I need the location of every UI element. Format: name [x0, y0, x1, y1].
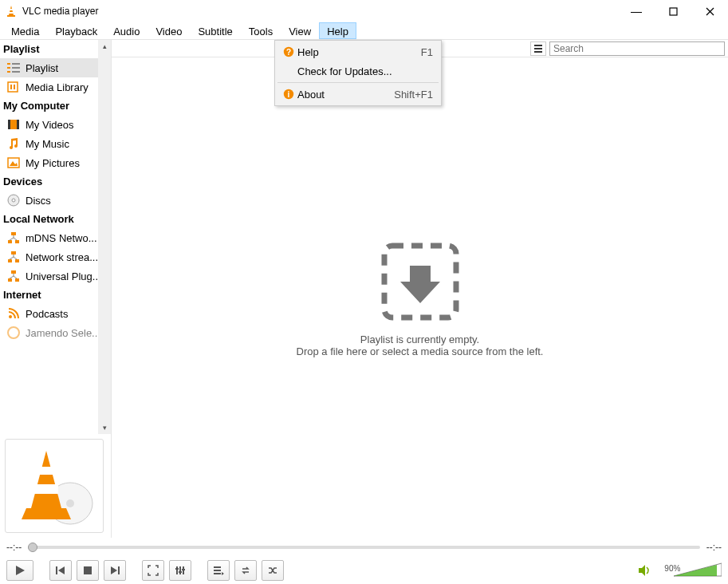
close-button[interactable] — [691, 0, 728, 22]
svg-rect-16 — [12, 71, 20, 73]
disc-icon — [6, 193, 21, 207]
menu-video[interactable]: Video — [148, 22, 190, 39]
seek-slider[interactable] — [28, 546, 699, 549]
svg-rect-1 — [7, 15, 15, 17]
previous-button[interactable] — [49, 560, 72, 581]
shuffle-button[interactable] — [262, 560, 284, 581]
svg-rect-22 — [17, 120, 19, 129]
sidebar-item-upnp[interactable]: Universal Plug... — [0, 266, 111, 286]
svg-rect-19 — [14, 85, 15, 89]
stop-button[interactable] — [77, 560, 99, 581]
svg-marker-50 — [22, 508, 71, 519]
sidebar-item-media-library[interactable]: Media Library — [0, 77, 111, 97]
menu-help[interactable]: Help — [319, 22, 356, 39]
empty-line-1: Playlist is currently empty. — [360, 333, 479, 345]
sidebar-header-playlist: Playlist — [0, 40, 111, 58]
sidebar-item-label: Jamendo Sele... — [26, 327, 100, 339]
loop-button[interactable] — [234, 560, 257, 581]
sidebar-item-my-music[interactable]: My Music — [0, 134, 111, 153]
svg-rect-29 — [15, 240, 19, 243]
scroll-up-icon[interactable]: ▴ — [98, 40, 111, 53]
menu-view[interactable]: View — [281, 22, 319, 39]
scroll-down-icon[interactable]: ▾ — [98, 421, 111, 434]
svg-line-38 — [14, 257, 17, 259]
sidebar-header-mycomputer: My Computer — [0, 97, 111, 115]
svg-rect-67 — [175, 568, 179, 570]
vlc-cone-icon — [5, 5, 18, 18]
svg-rect-65 — [179, 566, 181, 574]
svg-rect-71 — [214, 570, 221, 571]
sidebar: Playlist Playlist Media Library My Compu… — [0, 40, 112, 538]
svg-rect-28 — [8, 240, 12, 243]
svg-rect-72 — [214, 573, 221, 574]
svg-line-31 — [10, 238, 14, 240]
svg-rect-2 — [10, 9, 13, 10]
window-title: VLC media player — [22, 6, 618, 17]
jamendo-icon — [6, 326, 21, 340]
help-menu-help-label: Help — [297, 46, 421, 58]
svg-rect-15 — [7, 71, 10, 73]
svg-marker-57 — [400, 266, 440, 303]
next-button[interactable] — [104, 560, 126, 581]
fullscreen-button[interactable] — [142, 560, 164, 581]
menu-playback[interactable]: Playback — [47, 22, 105, 39]
help-menu-help[interactable]: ? Help F1 — [277, 42, 439, 61]
minimize-button[interactable]: ― — [618, 0, 655, 22]
volume-control[interactable]: 90% — [637, 562, 722, 580]
play-button[interactable] — [6, 560, 33, 581]
menu-tools[interactable]: Tools — [241, 22, 281, 39]
playlist-button[interactable] — [207, 560, 230, 581]
svg-rect-51 — [38, 467, 54, 475]
svg-point-45 — [9, 315, 12, 318]
svg-rect-52 — [34, 484, 58, 494]
drop-icon — [376, 238, 464, 326]
maximize-button[interactable] — [655, 0, 691, 22]
svg-rect-18 — [10, 85, 12, 89]
help-menu-about[interactable]: i About Shift+F1 — [277, 85, 439, 104]
elapsed-time[interactable]: --:-- — [6, 542, 22, 553]
extended-settings-button[interactable] — [169, 560, 191, 581]
sidebar-item-label: Discs — [26, 195, 51, 207]
svg-rect-21 — [8, 120, 10, 129]
svg-rect-33 — [11, 251, 16, 255]
sidebar-item-mdns[interactable]: mDNS Netwo... — [0, 228, 111, 247]
sidebar-item-playlist[interactable]: Playlist — [0, 58, 111, 77]
svg-rect-59 — [56, 566, 57, 574]
seek-knob[interactable] — [28, 543, 37, 552]
sidebar-item-my-videos[interactable]: My Videos — [0, 115, 111, 134]
svg-line-37 — [10, 257, 14, 259]
svg-marker-60 — [58, 566, 65, 574]
svg-rect-41 — [15, 278, 19, 282]
rss-icon — [6, 306, 21, 321]
help-menu-about-accel: Shift+F1 — [394, 89, 433, 101]
sidebar-item-label: Network strea... — [26, 251, 98, 263]
help-menu-updates-label: Check for Updates... — [297, 65, 433, 77]
svg-rect-70 — [214, 566, 221, 568]
svg-rect-3 — [9, 12, 13, 14]
sidebar-item-label: Podcasts — [26, 308, 68, 320]
total-time[interactable]: --:-- — [706, 542, 722, 553]
view-mode-button[interactable] — [530, 41, 546, 56]
info-icon: i — [280, 89, 297, 100]
menu-media[interactable]: Media — [3, 22, 47, 39]
sidebar-item-my-pictures[interactable]: My Pictures — [0, 153, 111, 172]
network-icon — [6, 250, 21, 264]
network-icon — [6, 269, 21, 283]
question-icon: ? — [280, 46, 297, 57]
menu-subtitle[interactable]: Subtitle — [190, 22, 240, 39]
volume-slider[interactable] — [674, 562, 722, 578]
svg-point-48 — [66, 499, 74, 507]
drop-area[interactable]: Playlist is currently empty. Drop a file… — [112, 57, 728, 538]
help-menu-updates[interactable]: Check for Updates... — [277, 61, 439, 81]
sidebar-scrollbar[interactable]: ▴ ▾ — [98, 40, 111, 434]
svg-rect-27 — [11, 232, 16, 235]
menu-audio[interactable]: Audio — [105, 22, 148, 39]
svg-rect-40 — [8, 278, 12, 282]
sidebar-item-jamendo[interactable]: Jamendo Sele... — [0, 323, 111, 342]
network-icon — [6, 231, 21, 245]
sidebar-item-discs[interactable]: Discs — [0, 191, 111, 210]
svg-rect-64 — [176, 566, 178, 574]
search-input[interactable] — [549, 41, 725, 56]
sidebar-item-netstream[interactable]: Network strea... — [0, 247, 111, 266]
sidebar-item-podcasts[interactable]: Podcasts — [0, 304, 111, 323]
